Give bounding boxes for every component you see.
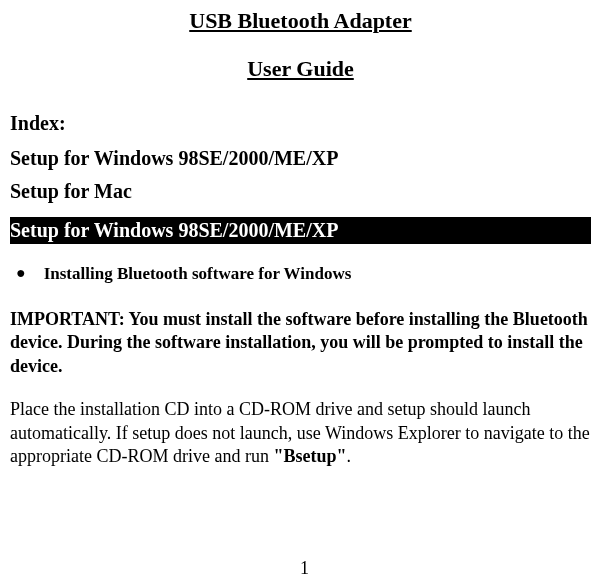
- index-item: Setup for Windows 98SE/2000/ME/XP: [10, 147, 591, 170]
- body-paragraph: Place the installation CD into a CD-ROM …: [10, 398, 591, 468]
- index-heading: Index:: [10, 112, 591, 135]
- important-note: IMPORTANT: You must install the software…: [10, 308, 591, 378]
- bullet-icon: ●: [16, 265, 26, 281]
- document-subtitle: User Guide: [10, 56, 591, 82]
- section-banner: Setup for Windows 98SE/2000/ME/XP: [10, 217, 591, 244]
- bullet-row: ● Installing Bluetooth software for Wind…: [10, 264, 591, 284]
- body-bold: "Bsetup": [273, 446, 346, 466]
- bullet-text: Installing Bluetooth software for Window…: [44, 264, 352, 284]
- page-number: 1: [0, 558, 609, 579]
- index-item: Setup for Mac: [10, 180, 591, 203]
- document-title: USB Bluetooth Adapter: [10, 8, 591, 34]
- body-post: .: [346, 446, 351, 466]
